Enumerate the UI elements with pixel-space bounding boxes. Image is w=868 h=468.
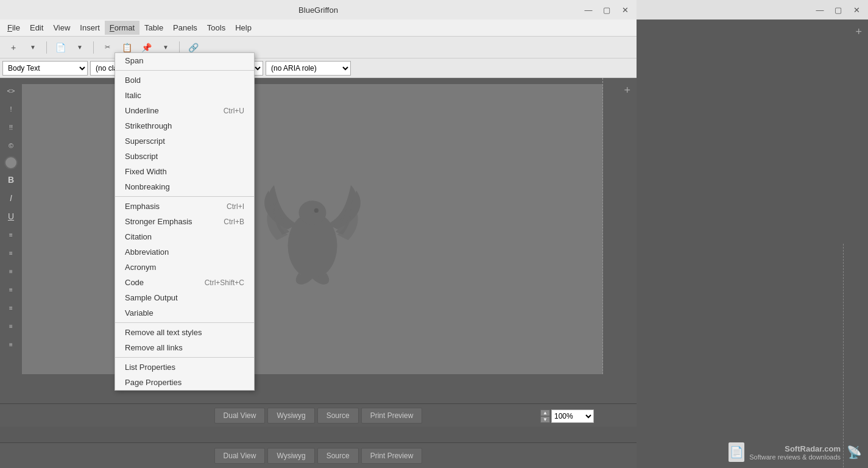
menu-remove-links[interactable]: Remove all links [115, 340, 254, 355]
watermark: 📄 SoftRadar.com Software reviews & downl… [729, 442, 862, 462]
second-win-minimize-btn[interactable]: — [813, 3, 827, 16]
format-bar: Body Text (no class) Variable width (no … [0, 58, 637, 78]
second-window-add-btn[interactable]: + [855, 26, 862, 38]
code-tag-icon[interactable]: <> [3, 83, 19, 99]
list4-sidebar-icon[interactable]: ≡ [3, 282, 19, 297]
save-dropdown-btn[interactable]: ▼ [71, 39, 88, 56]
menu-help[interactable]: Help [230, 21, 256, 35]
restore-btn[interactable]: ▢ [600, 3, 613, 16]
app-title: BlueGriffon [298, 5, 338, 15]
menu-abbreviation[interactable]: Abbreviation [115, 244, 254, 260]
menu-table[interactable]: Table [139, 21, 168, 35]
new-btn[interactable]: + [5, 39, 22, 56]
main-window: BlueGriffon — ▢ ✕ File Edit View Insert … [0, 0, 637, 427]
menu-list-properties[interactable]: List Properties [115, 360, 254, 375]
menu-superscript[interactable]: Superscript [115, 133, 254, 149]
menu-bold[interactable]: Bold [115, 73, 254, 88]
align2-sidebar-icon[interactable]: ≡ [3, 318, 19, 334]
copyright-icon[interactable]: © [3, 138, 19, 154]
close-btn[interactable]: ✕ [618, 3, 632, 16]
bottom-tabs: Dual View Wysiwyg Source Print Preview ▲… [0, 403, 637, 427]
zoom-select[interactable]: 100% 50% 75% 125% 150% 200% [551, 410, 594, 423]
wysiwyg-tab-2[interactable]: Wysiwyg [267, 448, 314, 464]
menu-citation[interactable]: Citation [115, 229, 254, 244]
second-window-dashed-line [843, 244, 844, 468]
list3-sidebar-icon[interactable]: ≡ [3, 263, 19, 279]
menu-variable[interactable]: Variable [115, 305, 254, 321]
menu-stronger-emphasis[interactable]: Stronger Emphasis Ctrl+B [115, 214, 254, 229]
menu-page-properties[interactable]: Page Properties [115, 375, 254, 390]
phoenix-logo [258, 168, 367, 290]
second-win-close-btn[interactable]: ✕ [850, 3, 863, 16]
toolbar-sep-1 [46, 41, 47, 54]
title-bar: BlueGriffon — ▢ ✕ [0, 0, 637, 20]
menu-tools[interactable]: Tools [202, 21, 230, 35]
dropdown-sep-4 [115, 357, 254, 358]
menu-sample-output[interactable]: Sample Output [115, 290, 254, 305]
zoom-up-btn[interactable]: ▲ [540, 410, 550, 416]
second-window-titlebar: — ▢ ✕ [637, 0, 868, 20]
toolbar-sep-3 [179, 41, 180, 54]
menu-span[interactable]: Span [115, 53, 254, 68]
save-btn[interactable]: 📄 [52, 39, 69, 56]
canvas-add-btn[interactable]: + [624, 84, 630, 97]
print-preview-tab-2[interactable]: Print Preview [361, 448, 423, 464]
page-canvas [22, 84, 603, 374]
menu-format[interactable]: Format [105, 21, 139, 35]
menu-edit[interactable]: Edit [25, 21, 48, 35]
menu-strikethrough[interactable]: Strikethrough [115, 118, 254, 133]
second-window: — ▢ ✕ + 📄 SoftRadar.com Software reviews… [637, 0, 868, 468]
aria-role-select[interactable]: (no ARIA role) [266, 61, 351, 76]
zoom-down-btn[interactable]: ▼ [540, 416, 550, 423]
minimize-btn[interactable]: — [582, 3, 595, 16]
wysiwyg-tab[interactable]: Wysiwyg [267, 408, 314, 424]
dropdown-sep-2 [115, 196, 254, 197]
exclaim2-icon[interactable]: !! [3, 119, 19, 135]
watermark-brand: SoftRadar.com [749, 444, 841, 453]
menu-acronym[interactable]: Acronym [115, 260, 254, 275]
menu-bar: File Edit View Insert Format Table Panel… [0, 20, 637, 37]
menu-code[interactable]: Code Ctrl+Shift+C [115, 275, 254, 290]
bottom-tabs-second: Dual View Wysiwyg Source Print Preview [0, 442, 637, 468]
toolbar-sep-2 [93, 41, 94, 54]
title-bar-controls: — ▢ ✕ [582, 3, 632, 16]
menu-panels[interactable]: Panels [168, 21, 202, 35]
zoom-control: ▲ ▼ 100% 50% 75% 125% 150% 200% [540, 410, 594, 423]
list1-sidebar-icon[interactable]: ≡ [3, 227, 19, 243]
italic-sidebar-icon[interactable]: I [3, 190, 19, 206]
format-dropdown-menu: Span Bold Italic Underline Ctrl+U Strike… [115, 52, 255, 391]
source-tab[interactable]: Source [317, 408, 359, 424]
body-text-select[interactable]: Body Text [2, 61, 88, 76]
signal-icon: 📡 [847, 445, 862, 459]
menu-emphasis[interactable]: Emphasis Ctrl+I [115, 199, 254, 214]
bold-sidebar-icon[interactable]: B [3, 172, 19, 188]
underline-sidebar-icon[interactable]: U [3, 208, 19, 224]
cut-btn[interactable]: ✂ [99, 39, 116, 56]
print-preview-tab[interactable]: Print Preview [361, 408, 423, 424]
align3-sidebar-icon[interactable]: ≡ [3, 336, 19, 352]
dual-view-tab[interactable]: Dual View [214, 408, 266, 424]
dual-view-tab-2[interactable]: Dual View [214, 448, 266, 464]
menu-subscript[interactable]: Subscript [115, 149, 254, 164]
source-tab-2[interactable]: Source [317, 448, 359, 464]
menu-file[interactable]: File [2, 21, 25, 35]
align1-sidebar-icon[interactable]: ≡ [3, 300, 19, 316]
list2-sidebar-icon[interactable]: ≡ [3, 245, 19, 261]
menu-nonbreaking[interactable]: Nonbreaking [115, 179, 254, 194]
menu-view[interactable]: View [48, 21, 75, 35]
menu-fixed-width[interactable]: Fixed Width [115, 164, 254, 179]
circle-btn-icon[interactable] [4, 156, 18, 169]
watermark-tagline: Software reviews & downloads [749, 453, 841, 461]
zoom-spinner: ▲ ▼ [540, 410, 550, 423]
menu-underline[interactable]: Underline Ctrl+U [115, 103, 254, 118]
right-margin-line [602, 78, 603, 374]
dropdown-sep-1 [115, 70, 254, 71]
exclaim1-icon[interactable]: ! [3, 101, 19, 117]
menu-italic[interactable]: Italic [115, 88, 254, 103]
menu-insert[interactable]: Insert [75, 21, 105, 35]
softRadar-logo-icon: 📄 [729, 442, 744, 462]
menu-remove-text-styles[interactable]: Remove all text styles [115, 325, 254, 340]
new-dropdown-btn[interactable]: ▼ [24, 39, 41, 56]
dropdown-sep-3 [115, 322, 254, 323]
second-win-restore-btn[interactable]: ▢ [831, 3, 845, 16]
